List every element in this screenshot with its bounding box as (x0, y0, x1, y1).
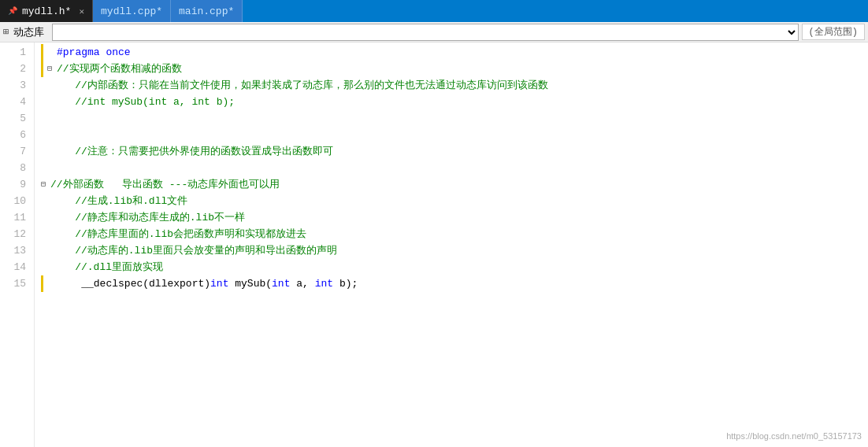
token: __declspec(dllexport) (81, 275, 210, 292)
fold-placeholder (41, 226, 49, 242)
fold-collapse-icon[interactable]: ⊟ (41, 176, 49, 193)
code-line: //int mySub(int a, int b); (41, 94, 868, 110)
fold-placeholder (47, 275, 55, 292)
line-number: 3 (6, 77, 26, 94)
fold-placeholder (41, 94, 49, 110)
token: //生成.lib和.dll文件 (75, 193, 187, 209)
token: //静态库里面的.lib会把函数声明和实现都放进去 (75, 226, 306, 242)
token: //动态库的.lib里面只会放变量的声明和导出函数的声明 (75, 242, 337, 259)
watermark: https://blog.csdn.net/m0_53157173 (726, 431, 862, 441)
code-line: //内部函数：只能在当前文件使用，如果封装成了动态库，那么别的文件也无法通过动态… (41, 77, 868, 94)
token: #pragma once (57, 44, 131, 61)
fold-placeholder (41, 209, 49, 226)
toolbar: ⊞ 动态库 (全局范围) (0, 22, 868, 42)
tab-tab-mydllh[interactable]: 📌mydll.h*✕ (0, 0, 93, 22)
global-scope: (全局范围) (802, 24, 865, 40)
tab-tab-maincpp[interactable]: main.cpp* (171, 0, 243, 22)
token: //实现两个函数相减的函数 (57, 61, 182, 77)
fold-placeholder (41, 160, 49, 176)
code-line: __declspec(dllexport)int mySub(int a, in… (41, 275, 868, 292)
fold-placeholder (41, 259, 49, 275)
code-line (41, 110, 868, 127)
fold-placeholder (47, 44, 55, 61)
token: int (272, 275, 290, 292)
fold-placeholder (41, 77, 49, 94)
token: int (210, 275, 228, 292)
fold-placeholder (41, 127, 49, 143)
line-number: 6 (6, 127, 26, 143)
token: //.dll里面放实现 (75, 259, 163, 275)
code-line: //静态库里面的.lib会把函数声明和实现都放进去 (41, 226, 868, 242)
fold-placeholder (41, 242, 49, 259)
tab-bar: 📌mydll.h*✕mydll.cpp*main.cpp* (0, 0, 868, 22)
tab-label: main.cpp* (179, 6, 234, 17)
fold-placeholder (41, 143, 49, 160)
code-line: ⊟//实现两个函数相减的函数 (41, 61, 868, 77)
pin-icon: 📌 (8, 6, 17, 16)
line-number: 8 (6, 160, 26, 176)
tab-tab-mydllcpp[interactable]: mydll.cpp* (93, 0, 171, 22)
indent (50, 259, 75, 275)
fold-placeholder (41, 193, 49, 209)
tab-close-button[interactable]: ✕ (79, 6, 84, 17)
line-number: 5 (6, 110, 26, 127)
code-line: //静态库和动态库生成的.lib不一样 (41, 209, 868, 226)
token: //内部函数：只能在当前文件使用，如果封装成了动态库，那么别的文件也无法通过动态… (75, 77, 548, 94)
token: a, (290, 275, 314, 292)
code-line: #pragma once (41, 44, 868, 61)
toolbar-icon: ⊞ (3, 26, 9, 38)
line-number: 10 (6, 193, 26, 209)
code-line: ⊟//外部函数 导出函数 ---动态库外面也可以用 (41, 176, 868, 193)
code-line: //动态库的.lib里面只会放变量的声明和导出函数的声明 (41, 242, 868, 259)
indent (50, 242, 75, 259)
code-line: //.dll里面放实现 (41, 259, 868, 275)
line-number: 13 (6, 242, 26, 259)
token: //外部函数 导出函数 ---动态库外面也可以用 (50, 176, 280, 193)
code-line (41, 127, 868, 143)
line-number: 14 (6, 259, 26, 275)
token: //int mySub(int a, int b); (75, 94, 235, 110)
line-numbers: 123456789101112131415 (0, 42, 35, 447)
token: mySub( (228, 275, 272, 292)
token: int (315, 275, 333, 292)
indent (50, 193, 75, 209)
indent (50, 209, 75, 226)
line-number: 12 (6, 226, 26, 242)
line-number: 4 (6, 94, 26, 110)
line-number: 15 (6, 275, 26, 292)
token: //注意：只需要把供外界使用的函数设置成导出函数即可 (75, 143, 333, 160)
token: //静态库和动态库生成的.lib不一样 (75, 209, 245, 226)
indent (50, 77, 75, 94)
code-line: //生成.lib和.dll文件 (41, 193, 868, 209)
indent (50, 143, 75, 160)
indent (57, 275, 81, 292)
tab-label: mydll.h* (22, 6, 71, 17)
code-area[interactable]: #pragma once⊟//实现两个函数相减的函数 //内部函数：只能在当前文… (35, 42, 868, 447)
code-line: //注意：只需要把供外界使用的函数设置成导出函数即可 (41, 143, 868, 160)
token: b); (333, 275, 358, 292)
line-number: 11 (6, 209, 26, 226)
indent (50, 226, 75, 242)
fold-collapse-icon[interactable]: ⊟ (47, 61, 55, 77)
line-number: 7 (6, 143, 26, 160)
line-number: 9 (6, 176, 26, 193)
fold-placeholder (41, 110, 49, 127)
scope-label: 动态库 (13, 25, 44, 39)
tab-label: mydll.cpp* (101, 6, 162, 17)
line-number: 1 (6, 44, 26, 61)
code-line (41, 160, 868, 176)
editor: 123456789101112131415 #pragma once⊟//实现两… (0, 42, 868, 447)
file-dropdown[interactable] (52, 24, 798, 41)
indent (50, 94, 75, 110)
line-number: 2 (6, 61, 26, 77)
